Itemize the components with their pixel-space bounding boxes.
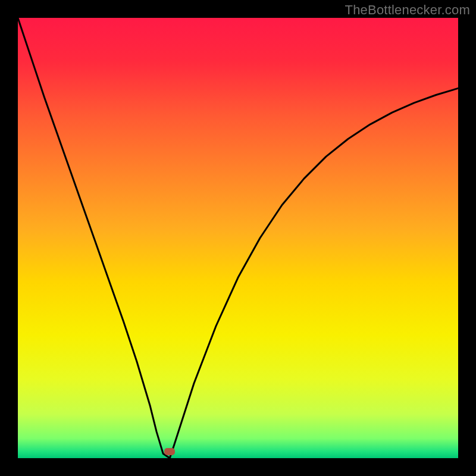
optimal-point-marker: [164, 448, 175, 455]
plot-background: [18, 18, 458, 458]
chart-svg: [0, 0, 476, 476]
chart-frame: TheBottlenecker.com: [0, 0, 476, 476]
watermark-text: TheBottlenecker.com: [345, 2, 470, 18]
